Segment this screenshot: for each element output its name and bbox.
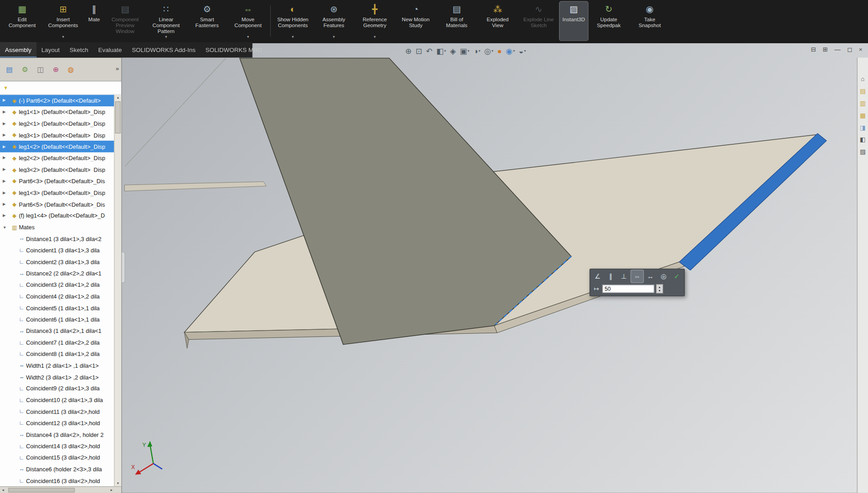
tab-solidworks-mbd[interactable]: SOLIDWORKS MBD [200,42,267,57]
expand-arrow-icon[interactable]: ▶ [3,202,10,206]
ribbon-button-insert-components[interactable]: ⊞Insert Components▾ [43,2,83,41]
filter-input[interactable] [11,83,112,93]
tree-item-mate[interactable]: ∟Coincident10 (2 dila<1>,3 dila [0,394,114,405]
tab-layout[interactable]: Layout [36,42,64,57]
tab-evaluate[interactable]: Evaluate [93,42,127,57]
tree-item-component[interactable]: ▶◆leg3<1> (Default<<Default>_Disp [0,129,114,141]
ribbon-button-assembly-features[interactable]: ⊛Assembly Features▾ [314,2,354,41]
dock-icon[interactable]: ⊞ [823,45,828,53]
apply-scene-button[interactable]: ◉▾ [505,46,516,56]
tree-vscrollbar[interactable]: ▴ ▾ [114,95,121,486]
ribbon-button-reference-geometry[interactable]: ╋Reference Geometry▾ [355,2,395,41]
tree-item-mate[interactable]: ∟Coincident2 (3 dila<1>,3 dila [0,256,114,267]
panel-hscrollbar[interactable]: ◂ ▸ [0,486,114,493]
zoom-area-button[interactable]: ⊡ [415,46,423,56]
expand-arrow-icon[interactable]: ▶ [3,167,10,172]
configurationmanager-tab-button[interactable]: ◫ [37,65,44,73]
tree-item-mate[interactable]: ∟Coincident16 (3 dila<2>,hold [0,475,114,486]
popup-width-button[interactable]: ⇔ [631,270,643,283]
ribbon-button-show-hidden-components[interactable]: ◐Show Hidden Components▾ [273,2,313,41]
tree-item-component[interactable]: ▶◆(-) Part6<2> (Default<<Default> [0,95,114,106]
custom-properties-icon[interactable]: ▧ [860,148,866,156]
view-settings-button[interactable]: ◒▾ [518,46,527,56]
tree-item-mate[interactable]: ∟Coincident4 (2 dila<1>,2 dila [0,290,114,302]
tree-item-mate[interactable]: ⇔Width2 (3 dila<1> ,2 dila<1> [0,371,114,383]
dynamic-annotation-button[interactable]: ◈ [449,46,457,56]
tree-item-mate[interactable]: ∟Coincident8 (1 dila<1>,2 dila [0,348,114,360]
collapse-arrow-icon[interactable]: ▼ [3,225,10,229]
spinner-up-icon[interactable]: ▴ [656,285,662,289]
hscroll-thumb[interactable] [8,488,75,492]
expand-arrow-icon[interactable]: ▶ [3,179,10,183]
dropdown-arrow-icon[interactable]: ▾ [524,49,526,53]
expand-arrow-icon[interactable]: ▶ [3,98,10,103]
viewport-3d[interactable]: ⊕⊡↶◧▾◈▣▾◑▾◎▾●◉▾◒▾ ⊟⊞—◻× ∠∥⊥⇔↔◎✓ ↦ ▴ ▾ Y … [122,43,868,493]
tree-item-component[interactable]: ▶◆Part6<5> (Default<<Default>_Dis [0,199,114,210]
tree-item-component[interactable]: ▶◆leg2<2> (Default<<Default>_Disp [0,152,114,164]
hide-show-items-button[interactable]: ◎▾ [483,46,495,56]
tree-item-mate[interactable]: ↔Distance3 (1 dila<2>,1 dila<1 [0,325,114,337]
panel-splitter[interactable] [122,252,125,283]
expand-arrow-icon[interactable]: ▶ [3,144,10,149]
tree-item-mate[interactable]: ∟Coincident14 (3 dila<2>,hold [0,440,114,451]
tree-item-mate[interactable]: ∟Coincident5 (1 dila<1>,1 dila [0,302,114,313]
tree-item-component[interactable]: ▶◆leg3<2> (Default<<Default>_Disp [0,164,114,175]
ribbon-button-take-snapshot[interactable]: ◉Take Snapshot [630,2,670,41]
distance-value-input[interactable] [602,284,654,293]
view-orientation-button[interactable]: ▣▾ [458,46,470,56]
tree-item-component[interactable]: ▶◆(f) leg1<4> (Default<<Default>_D [0,210,114,221]
home-icon[interactable]: ⌂ [861,76,864,83]
propertymanager-tab-button[interactable]: ⚙ [22,65,28,73]
file-explorer-icon[interactable]: ▥ [860,100,866,107]
ribbon-button-edit-component[interactable]: ▦Edit Component [2,2,42,41]
expand-arrow-icon[interactable]: ▶ [3,190,10,195]
displaymanager-tab-button[interactable]: ◍ [68,65,74,73]
dropdown-arrow-icon[interactable]: ▾ [491,49,493,53]
model-canvas[interactable] [122,43,868,493]
tab-sketch[interactable]: Sketch [65,42,93,57]
dropdown-arrow-icon[interactable]: ▾ [374,35,376,39]
tree-item-mate[interactable]: ↔Distance2 (2 dila<2>,2 dila<1 [0,267,114,279]
popup-concentric-button[interactable]: ◎ [657,270,670,283]
tree-item-component[interactable]: ▶◆leg1<2> (Default<<Default>_Disp [0,141,114,152]
ribbon-button-mate[interactable]: ∥Mate [84,2,104,41]
restore-icon[interactable]: ◻ [847,45,852,53]
previous-view-button[interactable]: ↶ [425,46,434,56]
cascade-icon[interactable]: ⊟ [811,45,816,53]
tree-item-mate[interactable]: ∟Coincident7 (1 dila<2>,2 dila [0,337,114,348]
tree-item-mates-folder[interactable]: ▼▥Mates [0,222,114,233]
dropdown-arrow-icon[interactable]: ▾ [62,35,64,39]
popup-parallel-button[interactable]: ∥ [604,270,617,283]
orientation-triad[interactable]: Y X [130,438,177,478]
dropdown-arrow-icon[interactable]: ▾ [165,35,167,39]
appearances-icon[interactable]: ◨ [860,124,866,131]
board-back-sliver[interactable] [125,182,266,191]
ribbon-button-move-component[interactable]: ⇔Move Component▾ [228,2,268,41]
expand-arrow-icon[interactable]: ▶ [3,156,10,161]
tree-item-mate[interactable]: ↔Distance1 (3 dila<1>,3 dila<2 [0,233,114,244]
tree-item-mate[interactable]: ∟Coincident15 (3 dila<2>,hold [0,452,114,463]
ribbon-button-linear-component-pattern[interactable]: ∷Linear Component Pattern▾ [146,2,186,41]
close-icon[interactable]: × [859,45,863,53]
dropdown-arrow-icon[interactable]: ▾ [467,49,469,53]
featuremanager-tab-button[interactable]: ▤ [6,65,13,73]
value-spinner[interactable]: ▴ ▾ [656,284,663,294]
expand-arrow-icon[interactable]: ▶ [3,133,10,137]
scroll-left-icon[interactable]: ◂ [0,488,6,492]
dropdown-arrow-icon[interactable]: ▾ [513,49,515,53]
popup-angle-button[interactable]: ∠ [591,270,604,283]
zoom-fit-button[interactable]: ⊕ [404,46,413,56]
ribbon-button-update-speedpak[interactable]: ↻Update Speedpak [589,2,628,41]
display-style-button[interactable]: ◑▾ [472,46,481,56]
tree-item-mate[interactable]: ∟Coincident11 (3 dila<2>,hold [0,406,114,417]
ribbon-button-smart-fasteners[interactable]: ⚙Smart Fasteners [187,2,227,41]
scroll-down-icon[interactable]: ▾ [114,481,121,486]
panel-overflow-icon[interactable]: » [116,65,119,71]
ribbon-button-exploded-view[interactable]: ⁂Exploded View [478,2,518,41]
tree-item-mate[interactable]: ↔Distance4 (3 dila<2>, holder 2 [0,429,114,440]
tree-item-mate[interactable]: ∟Coincident1 (3 dila<1>,3 dila [0,244,114,256]
dropdown-arrow-icon[interactable]: ▾ [479,49,481,53]
tree-item-mate[interactable]: ∟Coincident3 (2 dila<1>,2 dila [0,279,114,290]
minimize-icon[interactable]: — [835,45,840,53]
tab-assembly[interactable]: Assembly [0,42,36,57]
